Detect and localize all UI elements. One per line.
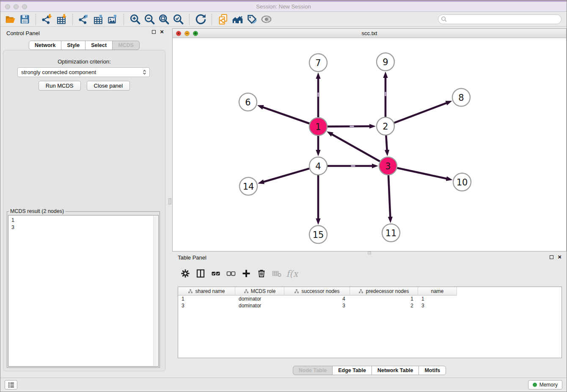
graph-edge-2-8[interactable]	[394, 103, 447, 123]
splitter-grip[interactable]	[168, 198, 171, 204]
zoom-out-icon	[144, 14, 155, 25]
network-view-title: scc.txt	[173, 30, 566, 36]
column-header-MCDS-role[interactable]: MCDS role	[235, 287, 284, 295]
table-cell[interactable]: 1	[418, 295, 457, 302]
export-table-button[interactable]	[91, 13, 105, 26]
zoom-fit-button[interactable]	[157, 13, 171, 26]
hierarchy-icon	[358, 289, 363, 294]
table-tab-edge-table[interactable]: Edge Table	[332, 366, 372, 375]
float-panel-icon[interactable]	[152, 30, 156, 34]
export-network-button[interactable]	[77, 13, 91, 26]
function-icon: f(x)	[286, 267, 298, 280]
table-cell[interactable]: dominator	[235, 302, 284, 309]
result-scrollbar[interactable]	[153, 216, 158, 366]
network-window-titlebar[interactable]: scc.txt	[173, 29, 566, 38]
table-cell[interactable]: 1	[350, 295, 418, 302]
tab-network[interactable]: Network	[29, 41, 61, 50]
close-panel-icon[interactable]: ×	[160, 30, 164, 34]
node-label: 3	[385, 161, 391, 171]
graph-edge-3-1[interactable]	[331, 134, 380, 162]
search-icon	[440, 16, 448, 23]
network-canvas[interactable]: 7968124314101511	[173, 38, 566, 251]
column-header-shared-name[interactable]: shared name	[178, 287, 235, 295]
column-header-name[interactable]: name	[418, 287, 457, 295]
zoom-in-button[interactable]	[128, 13, 142, 26]
mcds-result-text: 1 3	[8, 215, 158, 231]
refresh-icon	[195, 14, 206, 25]
table-row[interactable]: 3dominator323	[178, 302, 561, 309]
import-table-button[interactable]	[54, 13, 69, 26]
float-table-panel-icon[interactable]	[550, 255, 553, 259]
node-label: 15	[313, 230, 324, 240]
zoom-out-button[interactable]	[142, 13, 157, 26]
network-graph: 7968124314101511	[173, 38, 566, 251]
optimization-label: Optimization criterion:	[3, 58, 165, 65]
deselect-all-icon	[226, 268, 236, 279]
graph-edge-1-2[interactable]	[328, 126, 370, 127]
open-file-button[interactable]	[3, 13, 17, 26]
add-row-button[interactable]	[239, 266, 254, 281]
deselect-all-button[interactable]	[223, 266, 239, 281]
hierarchy-icon	[294, 289, 299, 294]
columns-button[interactable]	[193, 266, 208, 281]
hierarchy-icon	[244, 289, 249, 294]
graph-edge-3-10[interactable]	[397, 168, 447, 179]
zoom-fit-icon	[158, 14, 170, 25]
table-tab-motifs[interactable]: Motifs	[418, 366, 446, 375]
export-image-icon	[107, 14, 118, 25]
refresh-button[interactable]	[193, 13, 208, 26]
settings-button[interactable]	[178, 266, 193, 281]
node-label: 1	[315, 122, 321, 132]
mcds-panel: Optimization criterion: strongly connect…	[3, 50, 165, 371]
toolbar-separator	[189, 14, 190, 25]
optimization-select[interactable]: strongly connected component	[17, 67, 150, 77]
save-session-button[interactable]	[17, 13, 32, 26]
graph-edge-1-6[interactable]	[262, 107, 309, 124]
label-button[interactable]	[245, 13, 259, 26]
edge-arrowhead	[385, 150, 389, 156]
table-tab-node-table[interactable]: Node Table	[293, 366, 333, 375]
copy-network-button[interactable]	[216, 13, 230, 26]
table-cell[interactable]: dominator	[235, 295, 284, 302]
search-box[interactable]	[438, 14, 561, 24]
close-panel-button[interactable]: Close panel	[87, 81, 130, 91]
memory-button[interactable]: Memory	[528, 380, 562, 389]
table-cell[interactable]: 2	[350, 302, 418, 309]
task-list-icon	[8, 381, 15, 389]
graph-edge-4-14[interactable]	[263, 168, 309, 182]
control-panel-tabs: NetworkStyleSelectMCDS	[0, 41, 168, 50]
tab-mcds[interactable]: MCDS	[112, 41, 140, 50]
edge-arrowhead	[316, 150, 320, 156]
export-image-button[interactable]	[105, 13, 120, 26]
graph-edge-2-3[interactable]	[386, 135, 387, 151]
toolbar-separator	[212, 14, 212, 25]
task-history-button[interactable]	[5, 380, 17, 389]
copy-network-icon	[217, 14, 229, 25]
tab-select[interactable]: Select	[85, 41, 113, 50]
run-mcds-button[interactable]: Run MCDS	[39, 81, 81, 91]
table-tab-network-table[interactable]: Network Table	[372, 366, 419, 375]
table-cell[interactable]: 3	[418, 302, 457, 309]
function-button: f(x)	[284, 266, 300, 281]
search-input[interactable]	[448, 16, 561, 23]
close-table-panel-icon[interactable]: ×	[558, 255, 561, 259]
table-cell[interactable]: 3	[284, 302, 350, 309]
zoom-selected-icon	[173, 14, 184, 25]
eye-button[interactable]	[259, 13, 273, 26]
column-header-predecessor-nodes[interactable]: predecessor nodes	[350, 287, 418, 295]
graph-edge-3-11[interactable]	[388, 175, 390, 218]
delete-row-button[interactable]	[254, 266, 269, 281]
node-label: 9	[383, 57, 388, 67]
import-network-button[interactable]	[40, 13, 54, 26]
zoom-in-icon	[129, 14, 141, 25]
tab-style[interactable]: Style	[61, 41, 85, 50]
table-cell[interactable]: 1	[178, 295, 235, 302]
table-cell[interactable]: 3	[178, 302, 235, 309]
zoom-selected-button[interactable]	[171, 13, 185, 26]
select-all-button[interactable]	[208, 266, 223, 281]
table-row[interactable]: 1dominator411	[178, 295, 561, 302]
column-header-successor-nodes[interactable]: successor nodes	[284, 287, 350, 295]
panel-splitter[interactable]	[168, 27, 172, 378]
home-button[interactable]	[230, 13, 245, 26]
table-cell[interactable]: 4	[284, 295, 350, 302]
